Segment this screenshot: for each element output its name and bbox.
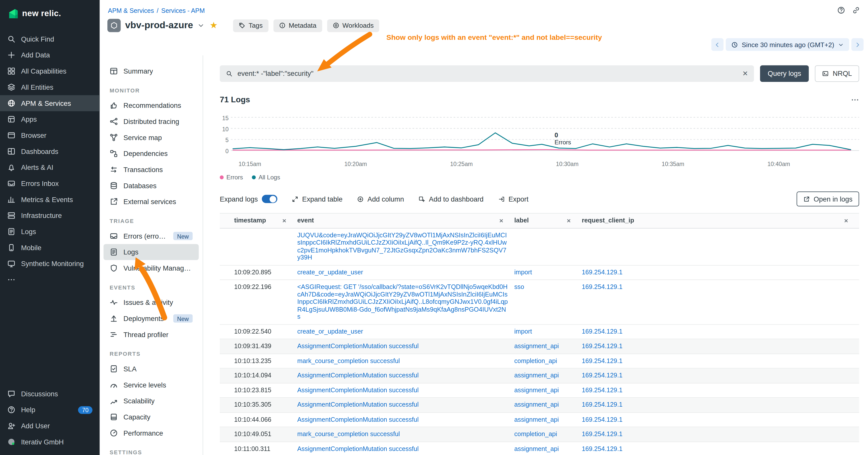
table-row[interactable]: JUQVU&code=eyJraWQiOiJjcGItY29yZV8wOTl1M… xyxy=(220,228,859,265)
ip-link[interactable]: 169.254.129.1 xyxy=(582,284,622,290)
open-in-logs-button[interactable]: Open in logs xyxy=(797,192,859,206)
table-row[interactable]: 10:09:20.895create_or_update_userimport1… xyxy=(220,265,859,280)
sidebar-item-all-capabilities[interactable]: All Capabilities xyxy=(0,63,99,79)
log-query-input[interactable]: event:* -"label":"security" × xyxy=(220,65,754,82)
sidebar-item-alerts-ai[interactable]: Alerts & AI xyxy=(0,160,99,175)
sidebar-item-add-data[interactable]: Add Data xyxy=(0,47,99,63)
subnav-item-performance[interactable]: Performance xyxy=(103,425,199,441)
subnav-item-thread-profiler[interactable]: Thread profiler xyxy=(103,326,199,343)
time-back-button[interactable] xyxy=(711,38,723,51)
workloads-button[interactable]: Workloads xyxy=(327,19,379,32)
metadata-button[interactable]: Metadata xyxy=(273,19,322,32)
table-row[interactable]: 10:10:49.051mark_course_completion succe… xyxy=(220,427,859,442)
table-row[interactable]: 10:09:22.540create_or_update_userimport1… xyxy=(220,325,859,339)
label-link[interactable]: assignment_api xyxy=(514,343,559,349)
copy-link-icon[interactable] xyxy=(852,6,860,14)
label-link[interactable]: assignment_api xyxy=(514,372,559,379)
label-link[interactable]: assignment_api xyxy=(514,401,559,408)
event-link[interactable]: AssignmentCompletionMutation successful xyxy=(297,343,418,349)
subnav-item-capacity[interactable]: Capacity xyxy=(103,409,199,425)
table-row[interactable]: 10:10:14.094AssignmentCompletionMutation… xyxy=(220,368,859,383)
subnav-item-dependencies[interactable]: Dependencies xyxy=(103,145,199,162)
label-link[interactable]: completion_api xyxy=(514,357,557,364)
sidebar-item-metrics-events[interactable]: Metrics & Events xyxy=(0,192,99,207)
expand-logs-toggle[interactable] xyxy=(261,195,277,203)
label-link[interactable]: assignment_api xyxy=(514,416,559,422)
column-header-label[interactable]: label× xyxy=(514,214,582,228)
sidebar-item-logs[interactable]: Logs xyxy=(0,224,99,239)
ip-link[interactable]: 169.254.129.1 xyxy=(582,268,622,275)
remove-column-icon[interactable]: × xyxy=(567,218,576,224)
logs-timeseries-chart[interactable]: 05101510:15am10:20am10:25am10:30am10:35a… xyxy=(220,112,859,169)
legend-item-all-logs[interactable]: All Logs xyxy=(252,174,280,181)
table-row[interactable]: 10:09:22.196<ASGIRequest: GET '/sso/call… xyxy=(220,280,859,325)
sidebar-item-infrastructure[interactable]: Infrastructure xyxy=(0,207,99,224)
chart-canvas[interactable] xyxy=(231,112,859,160)
subnav-item-service-levels[interactable]: Service levels xyxy=(103,377,199,393)
subnav-item-external-services[interactable]: External services xyxy=(103,194,199,210)
subnav-item-vulnerability-management[interactable]: Vulnerability Management xyxy=(103,260,199,276)
table-row[interactable]: 10:10:13.235mark_course_completion succe… xyxy=(220,354,859,368)
subnav-item-databases[interactable]: Databases xyxy=(103,177,199,194)
event-link[interactable]: mark_course_completion successful xyxy=(297,357,400,364)
add-column-button[interactable]: Add column xyxy=(357,195,404,203)
subnav-item-transactions[interactable]: Transactions xyxy=(103,162,199,177)
subnav-item-sla[interactable]: SLA xyxy=(103,361,199,377)
ip-link[interactable]: 169.254.129.1 xyxy=(582,372,622,379)
ip-link[interactable]: 169.254.129.1 xyxy=(582,357,622,364)
sidebar-item-discussions[interactable]: Discussions xyxy=(0,386,99,402)
clear-query-icon[interactable]: × xyxy=(743,68,748,78)
newrelic-logo[interactable]: new relic. xyxy=(0,0,99,26)
subnav-item-scalability[interactable]: Scalability xyxy=(103,393,199,409)
sidebar-item-add-user[interactable]: Add User xyxy=(0,418,99,434)
sidebar-item-iterativ-gmbh[interactable]: Iterativ GmbH xyxy=(0,434,99,450)
event-link[interactable]: AssignmentCompletionMutation successful xyxy=(297,445,418,452)
tags-button[interactable]: Tags xyxy=(233,19,268,32)
sidebar-item-apps[interactable]: Apps xyxy=(0,111,99,127)
label-link[interactable]: sso xyxy=(514,284,524,290)
event-link[interactable]: mark_course_completion successful xyxy=(297,430,400,437)
sidebar-item-synthetic-monitoring[interactable]: Synthetic Monitoring xyxy=(0,256,99,272)
ip-link[interactable]: 169.254.129.1 xyxy=(582,328,622,334)
table-row[interactable]: 10:09:31.439AssignmentCompletionMutation… xyxy=(220,339,859,354)
entity-chevron-down-icon[interactable] xyxy=(197,22,204,29)
expand-table-button[interactable]: Expand table xyxy=(291,195,342,203)
table-row[interactable]: 10:10:44.066AssignmentCompletionMutation… xyxy=(220,413,859,427)
sidebar-item-mobile[interactable]: Mobile xyxy=(0,239,99,256)
subnav-item-errors-errors-inb[interactable]: Errors (errors inb...New xyxy=(103,228,199,244)
label-link[interactable]: import xyxy=(514,268,532,275)
event-link[interactable]: JUQVU&code=eyJraWQiOiJjcGItY29yZV8wOTl1M… xyxy=(297,231,507,260)
label-link[interactable]: import xyxy=(514,328,532,334)
column-header-timestamp[interactable]: timestamp× xyxy=(234,214,297,228)
ip-link[interactable]: 169.254.129.1 xyxy=(582,401,622,408)
sidebar-item-dashboards[interactable]: Dashboards xyxy=(0,143,99,160)
event-link[interactable]: AssignmentCompletionMutation successful xyxy=(297,401,418,408)
nrql-button[interactable]: NRQL xyxy=(815,65,859,82)
label-link[interactable]: completion_api xyxy=(514,430,557,437)
sidebar-item-all-entities[interactable]: All Entities xyxy=(0,79,99,95)
event-link[interactable]: <ASGIRequest: GET '/sso/callback/?state=… xyxy=(297,284,507,320)
legend-item-errors[interactable]: Errors xyxy=(220,174,243,181)
event-link[interactable]: create_or_update_user xyxy=(297,268,363,275)
time-forward-button[interactable] xyxy=(851,38,864,51)
event-link[interactable]: AssignmentCompletionMutation successful xyxy=(297,372,418,379)
query-logs-button[interactable]: Query logs xyxy=(760,65,809,82)
subnav-item-distributed-tracing[interactable]: Distributed tracing xyxy=(103,113,199,130)
label-link[interactable]: assignment_api xyxy=(514,387,559,393)
table-row[interactable]: 10:11:00.311AssignmentCompletionMutation… xyxy=(220,442,859,455)
breadcrumb-link-apm-services[interactable]: APM & Services xyxy=(108,7,154,14)
export-button[interactable]: Export xyxy=(498,195,528,203)
sidebar-item-browser[interactable]: Browser xyxy=(0,127,99,143)
event-link[interactable]: AssignmentCompletionMutation successful xyxy=(297,416,418,422)
table-row[interactable]: 10:10:35.305AssignmentCompletionMutation… xyxy=(220,398,859,413)
sidebar-item-errors-inbox[interactable]: Errors Inbox xyxy=(0,175,99,192)
remove-column-icon[interactable]: × xyxy=(844,218,854,224)
ip-link[interactable]: 169.254.129.1 xyxy=(582,387,622,393)
help-icon[interactable] xyxy=(837,6,845,14)
subnav-item-deployments[interactable]: DeploymentsNew xyxy=(103,311,199,326)
remove-column-icon[interactable]: × xyxy=(282,218,291,224)
subnav-item-service-map[interactable]: Service map xyxy=(103,130,199,145)
breadcrumb-link-services-apm[interactable]: Services - APM xyxy=(161,7,205,14)
event-link[interactable]: create_or_update_user xyxy=(297,328,363,334)
subnav-item-issues-activity[interactable]: Issues & activity xyxy=(103,294,199,311)
